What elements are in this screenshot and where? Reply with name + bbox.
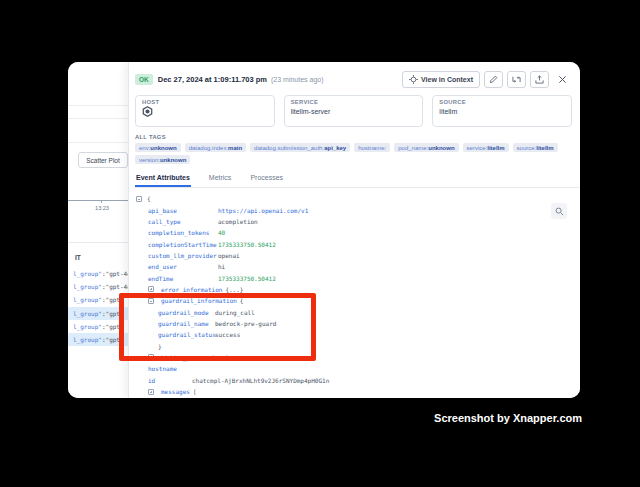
attr-value[interactable]: chatcmpl-AjBrxhNLht9v2J6rSNYDmp4pH0G1n (192, 377, 329, 384)
attr-row-collapsed: messages[ (148, 386, 580, 397)
attr-row: endTime1735333750.50412 (136, 272, 580, 283)
tag-value: litellm (536, 145, 553, 151)
export-button[interactable] (530, 71, 549, 88)
attr-key[interactable]: end_user (148, 263, 218, 270)
tag-pill[interactable]: hostname: (354, 143, 390, 152)
tag-key: datadog.index: (189, 145, 228, 151)
attr-value[interactable]: hi (218, 263, 225, 270)
tag-pill[interactable]: datadog.submission_auth:api_key (250, 143, 350, 152)
tag-value: litellm (487, 145, 504, 151)
divider (68, 142, 128, 143)
host-card-label: HOST (142, 99, 268, 105)
tag-pill[interactable]: service:litellm (463, 143, 509, 152)
service-card[interactable]: SERVICE litellm-server (284, 95, 424, 127)
list-item-key: l_group" (73, 336, 102, 343)
attr-row: completion_tokens40 (136, 227, 580, 238)
attr-key[interactable]: messages (161, 388, 190, 395)
expand-icon[interactable] (148, 389, 154, 395)
attr-row: api_basehttps://api.openai.com/v1 (136, 204, 580, 215)
list-column-header: IT (75, 254, 81, 261)
attr-key[interactable]: hostname (148, 365, 192, 372)
tag-key: env: (139, 145, 150, 151)
attr-key[interactable]: completionStartTime (148, 241, 218, 248)
source-card-label: SOURCE (439, 99, 565, 105)
tab-metrics[interactable]: Metrics (208, 172, 233, 187)
tag-key: pod_name: (398, 145, 428, 151)
divider (68, 105, 128, 106)
search-attributes-button[interactable] (551, 203, 567, 219)
related-data-button[interactable] (507, 71, 526, 88)
tag-pill[interactable]: version:unknown (135, 155, 190, 164)
status-badge: OK (135, 74, 153, 85)
attr-key[interactable]: custom_llm_provider (148, 252, 218, 259)
attr-key[interactable]: id (148, 377, 192, 384)
attr-row: call_typeacompletion (136, 216, 580, 227)
service-card-label: SERVICE (291, 99, 417, 105)
tag-key: hostname: (358, 145, 386, 151)
axis-tick-label: 13:23 (86, 205, 118, 211)
related-data-icon (512, 75, 521, 84)
export-icon (535, 75, 544, 84)
service-card-value: litellm-server (291, 108, 417, 115)
attr-value[interactable]: 1735333750.50412 (218, 275, 276, 282)
collapse-icon[interactable] (136, 196, 142, 202)
crosshair-icon (409, 75, 418, 84)
list-item-value: :"gpt-4o (102, 270, 128, 277)
attr-value[interactable]: acompletion (218, 218, 258, 225)
tag-key: version: (139, 157, 160, 163)
list-item-key: l_group" (73, 283, 102, 290)
axis-tick (101, 200, 102, 203)
event-timestamp: Dec 27, 2024 at 1:09:11.703 pm (158, 75, 267, 84)
watermark-text: Screenshot by Xnapper.com (434, 412, 582, 424)
source-card[interactable]: SOURCE litellm (432, 95, 572, 127)
divider (68, 118, 128, 119)
tag-key: source: (517, 145, 537, 151)
tab-processes[interactable]: Processes (249, 172, 284, 187)
scatter-plot-button[interactable]: Scatter Plot (78, 152, 128, 168)
attr-key[interactable]: completion_tokens (148, 229, 218, 236)
tag-pill[interactable]: env:unknown (135, 143, 181, 152)
attr-value[interactable]: 40 (218, 229, 225, 236)
attr-value[interactable]: 1735333750.50412 (218, 241, 276, 248)
tags-row: version:unknown (135, 155, 580, 164)
close-icon (558, 75, 567, 84)
tag-value: unknown (428, 145, 454, 151)
tag-value: api_key (324, 145, 346, 151)
host-card[interactable]: HOST (135, 95, 275, 127)
tag-pill[interactable]: source:litellm (513, 143, 558, 152)
attr-key[interactable]: call_type (148, 218, 218, 225)
attr-value-link[interactable]: https://api.openai.com/v1 (218, 207, 308, 214)
chart-x-axis (68, 200, 128, 201)
list-item[interactable]: l_group":"gpt-4o (68, 267, 128, 280)
attr-key[interactable]: error_information (161, 286, 222, 293)
tag-value: unknown (150, 145, 176, 151)
tag-key: datadog.submission_auth: (254, 145, 324, 151)
close-button[interactable] (553, 71, 572, 88)
tag-pill[interactable]: datadog.index:main (185, 143, 246, 152)
open-brace: { (147, 195, 151, 202)
edit-button[interactable] (484, 71, 503, 88)
source-card-value: litellm (439, 108, 565, 115)
search-icon (555, 207, 564, 216)
open-bracket: [ (193, 388, 197, 395)
collapsed-braces: {...} (225, 286, 243, 293)
list-item-key: l_group" (73, 296, 102, 303)
view-in-context-label: View in Context (421, 76, 473, 83)
view-in-context-button[interactable]: View in Context (402, 71, 480, 88)
host-hexagon-icon (142, 106, 153, 117)
attr-value[interactable]: openai (218, 252, 240, 259)
json-root-row: { (136, 193, 580, 204)
all-tags-label: ALL TAGS (135, 134, 580, 140)
attr-key[interactable]: endTime (148, 275, 218, 282)
tag-pill[interactable]: pod_name:unknown (394, 143, 458, 152)
attr-row: end_userhi (136, 261, 580, 272)
tab-event-attributes[interactable]: Event Attributes (135, 172, 191, 187)
expand-icon[interactable] (148, 286, 154, 292)
attr-row: completionStartTime1735333750.50412 (136, 238, 580, 249)
attr-row: hostname (136, 363, 580, 374)
list-item[interactable]: l_group":"gpt-4o (68, 280, 128, 293)
tag-key: service: (467, 145, 488, 151)
attr-key[interactable]: api_base (148, 207, 218, 214)
panel-header: OK Dec 27, 2024 at 1:09:11.703 pm (23 mi… (129, 62, 580, 88)
tags-row: env:unknown datadog.index:main datadog.s… (135, 143, 580, 152)
